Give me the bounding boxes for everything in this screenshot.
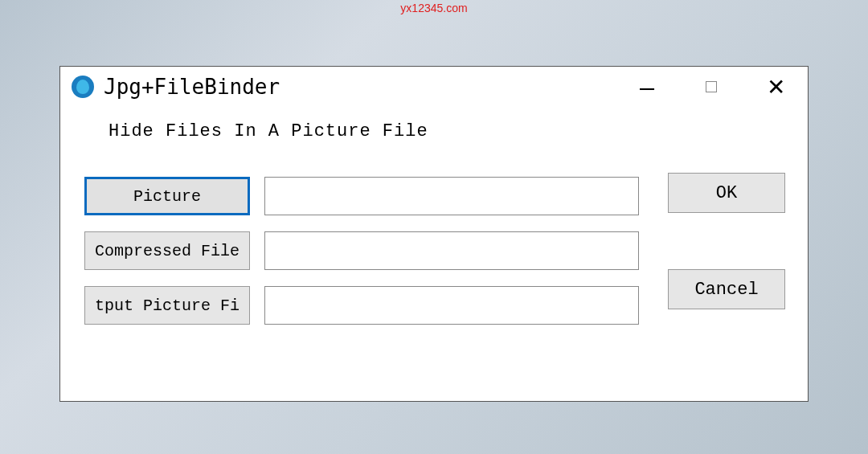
output-picture-input[interactable] bbox=[264, 286, 639, 325]
client-area: Hide Files In A Picture File Picture Com… bbox=[60, 107, 808, 401]
window-title: Jpg+FileBinder bbox=[104, 75, 615, 99]
heading-text: Hide Files In A Picture File bbox=[108, 121, 784, 141]
maximize-icon bbox=[706, 81, 717, 92]
app-icon bbox=[72, 76, 94, 98]
picture-input[interactable] bbox=[264, 177, 639, 215]
titlebar: Jpg+FileBinder — ✕ bbox=[60, 67, 808, 107]
compressed-file-button[interactable]: Compressed File bbox=[84, 231, 250, 270]
close-button[interactable]: ✕ bbox=[743, 67, 808, 107]
maximize-button[interactable] bbox=[679, 67, 743, 107]
compressed-file-input[interactable] bbox=[264, 231, 639, 270]
ok-button[interactable]: OK bbox=[668, 173, 785, 213]
minimize-button[interactable]: — bbox=[615, 67, 679, 107]
output-picture-button[interactable]: tput Picture Fi bbox=[84, 286, 250, 325]
watermark-text: yx12345.com bbox=[400, 2, 467, 14]
cancel-button[interactable]: Cancel bbox=[668, 269, 785, 309]
window-controls: — ✕ bbox=[615, 67, 808, 107]
picture-button[interactable]: Picture bbox=[84, 177, 250, 215]
app-window: Jpg+FileBinder — ✕ Hide Files In A Pictu… bbox=[59, 66, 809, 402]
action-buttons: OK Cancel bbox=[668, 173, 785, 309]
skull-icon bbox=[76, 80, 89, 94]
